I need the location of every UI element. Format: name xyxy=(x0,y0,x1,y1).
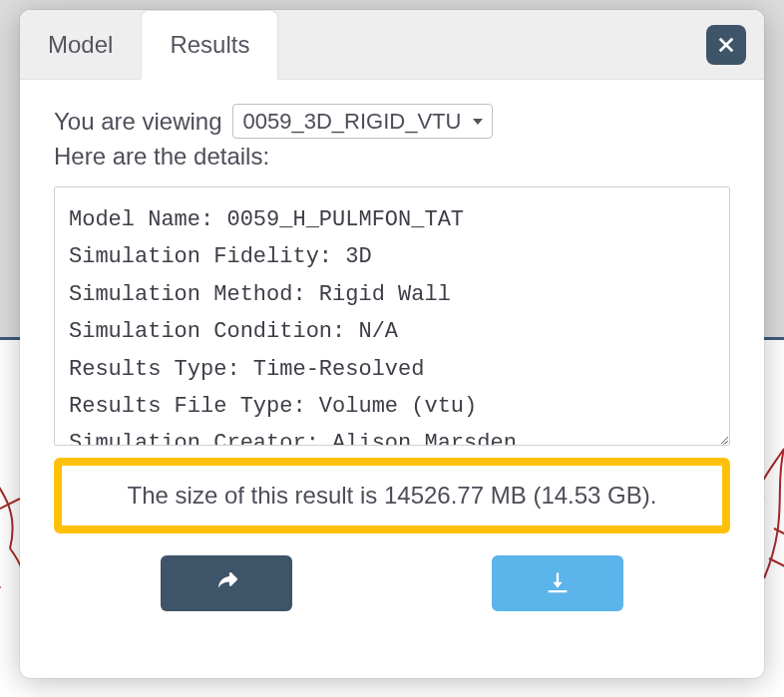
results-modal: Model Results You are viewing 0059_3D_RI… xyxy=(20,10,764,678)
modal-content: You are viewing 0059_3D_RIGID_VTU Here a… xyxy=(20,80,764,678)
result-detail-line: Simulation Creator: Alison Marsden xyxy=(69,425,709,445)
viewing-prefix: You are viewing xyxy=(54,108,222,136)
result-details-box[interactable]: Model Name: 0059_H_PULMFON_TATSimulation… xyxy=(54,186,730,446)
result-detail-line: Results File Type: Volume (vtu) xyxy=(69,388,709,425)
details-heading: Here are the details: xyxy=(54,143,730,171)
download-icon xyxy=(544,569,572,597)
result-details-scroll[interactable]: Model Name: 0059_H_PULMFON_TATSimulation… xyxy=(69,201,715,445)
download-button[interactable] xyxy=(492,555,623,611)
close-icon xyxy=(717,36,735,54)
share-icon xyxy=(212,569,240,597)
result-detail-line: Simulation Fidelity: 3D xyxy=(69,238,709,275)
viewing-row: You are viewing 0059_3D_RIGID_VTU xyxy=(54,104,730,139)
result-size-notice: The size of this result is 14526.77 MB (… xyxy=(54,458,730,533)
result-detail-line: Model Name: 0059_H_PULMFON_TAT xyxy=(69,201,709,238)
tab-results[interactable]: Results xyxy=(141,10,278,80)
result-detail-line: Simulation Condition: N/A xyxy=(69,313,709,350)
tab-bar: Model Results xyxy=(20,10,764,80)
tab-model[interactable]: Model xyxy=(20,10,141,79)
close-button[interactable] xyxy=(706,25,746,65)
result-detail-line: Results Type: Time-Resolved xyxy=(69,351,709,388)
action-button-row xyxy=(54,551,730,631)
share-button[interactable] xyxy=(161,555,292,611)
result-select-wrap: 0059_3D_RIGID_VTU xyxy=(232,104,493,139)
svg-line-0 xyxy=(716,442,726,446)
resize-grip-icon xyxy=(713,429,727,443)
result-detail-line: Simulation Method: Rigid Wall xyxy=(69,276,709,313)
result-select[interactable]: 0059_3D_RIGID_VTU xyxy=(232,104,493,139)
